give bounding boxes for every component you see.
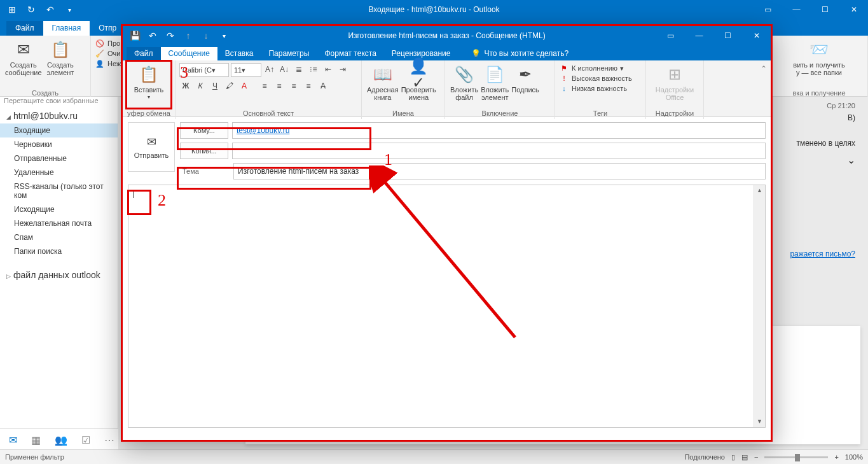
new-message-button[interactable]: ✉ Создать сообщение (4, 38, 43, 78)
nav-more-icon[interactable]: ⋯ (104, 434, 114, 446)
outdent-icon[interactable]: ⇤ (322, 63, 334, 76)
signature-button[interactable]: ✒Подпись (510, 63, 541, 102)
send-button[interactable]: ✉ Отправить (128, 122, 175, 172)
compose-qat-more-icon[interactable]: ▾ (216, 27, 232, 44)
collapse-ribbon-icon[interactable]: ⌃ (761, 64, 767, 73)
scroll-down-icon[interactable]: ▼ (754, 416, 765, 427)
check-names-button[interactable]: 👤✓Проверить имена (400, 63, 437, 102)
folder-rss[interactable]: RSS-каналы (только этот ком (0, 179, 118, 202)
cc-button[interactable]: Копия... (180, 143, 228, 159)
tab-home[interactable]: Главная (43, 21, 90, 36)
close-icon[interactable]: ✕ (839, 0, 868, 19)
indent-icon[interactable]: ⇥ (336, 63, 349, 76)
align-center-icon[interactable]: ≡ (273, 80, 286, 92)
scroll-up-icon[interactable]: ▲ (754, 185, 765, 196)
tell-me-box[interactable]: 💡Что вы хотите сделать? (471, 49, 569, 60)
clear-fmt-icon[interactable]: A̶ (317, 80, 329, 92)
align-right-icon[interactable]: ≡ (287, 80, 300, 92)
underline-icon[interactable]: Ч (209, 80, 221, 92)
ribbon-options-icon[interactable]: ▭ (754, 0, 782, 19)
folder-deleted[interactable]: Удаленные (0, 165, 118, 179)
status-filter: Применен фильтр (5, 453, 64, 461)
folder-junk[interactable]: Нежелательная почта (0, 216, 118, 230)
qat-outlook-icon[interactable]: ⊞ (4, 1, 20, 18)
view-normal-icon[interactable]: ▯ (731, 453, 735, 461)
compose-minimize-icon[interactable]: — (685, 26, 713, 45)
compose-save-icon[interactable]: 💾 (127, 27, 143, 44)
bullets-icon[interactable]: ≣ (293, 63, 305, 76)
signature-icon: ✒ (515, 64, 535, 85)
cc-input[interactable] (232, 143, 766, 159)
nav-mail-icon[interactable]: ✉ (9, 434, 17, 446)
status-connected: Подключено (684, 453, 725, 461)
subject-input[interactable]: Изготовление html-писем на заказ (233, 163, 766, 179)
sendrecv-all-button[interactable]: 📨 вить и получить у — все папки (775, 38, 864, 78)
folder-outbox[interactable]: Исходящие (0, 202, 118, 216)
qat-customize-icon[interactable]: ▾ (61, 1, 78, 18)
align-left-icon[interactable]: ≡ (258, 80, 271, 92)
folder-inbox[interactable]: Входящие (0, 123, 118, 137)
font-color-icon[interactable]: A (238, 80, 251, 92)
qat-sendrecv-icon[interactable]: ↻ (23, 1, 39, 18)
to-button[interactable]: Кому... (180, 122, 228, 139)
folder-spam[interactable]: Спам (0, 230, 118, 244)
reading-link-frag[interactable]: ражается письмо? (790, 250, 855, 258)
high-importance-button[interactable]: !Высокая важность (559, 73, 642, 83)
compose-redo-icon[interactable]: ↷ (162, 27, 179, 44)
folder-search[interactable]: Папки поиска (0, 244, 118, 258)
compose-tabs: Файл Сообщение Вставка Параметры Формат … (123, 45, 771, 60)
qat-undo-icon[interactable]: ↶ (42, 1, 59, 18)
nav-calendar-icon[interactable]: ▦ (31, 434, 41, 446)
folder-drafts[interactable]: Черновики (0, 137, 118, 151)
font-size-box[interactable]: 11 ▾ (231, 63, 261, 77)
justify-icon[interactable]: ≡ (302, 80, 315, 92)
minimize-icon[interactable]: — (782, 0, 811, 19)
view-reading-icon[interactable]: ▤ (741, 453, 748, 461)
ctab-file[interactable]: Файл (127, 47, 161, 60)
attach-item-button[interactable]: 📄Вложить элемент (479, 63, 510, 102)
message-body[interactable]: | ▲ ▼ (128, 185, 766, 428)
bulb-icon: 💡 (471, 49, 481, 58)
addins-icon: ⊞ (665, 64, 685, 85)
body-scrollbar[interactable]: ▲ ▼ (754, 185, 765, 427)
compose-undo-icon[interactable]: ↶ (144, 27, 161, 44)
maximize-icon[interactable]: ☐ (811, 0, 839, 19)
nav-bar: ✉ ▦ 👥 ☑ ⋯ (0, 428, 127, 451)
paperclip-icon: 📎 (454, 64, 474, 85)
italic-icon[interactable]: К (194, 80, 207, 92)
to-input[interactable]: test@10bukv.ru (232, 122, 766, 139)
nav-tasks-icon[interactable]: ☑ (81, 434, 90, 446)
paste-button[interactable]: 📋 Вставить ▾ (127, 63, 171, 102)
low-importance-button[interactable]: ↓Низкая важность (559, 83, 642, 94)
annotation-3: 3 (180, 63, 188, 82)
zoom-out-icon[interactable]: − (754, 453, 758, 461)
follow-up-button[interactable]: ⚑К исполнению ▾ (559, 63, 642, 73)
compose-maximize-icon[interactable]: ☐ (713, 26, 742, 45)
zoom-in-icon[interactable]: + (834, 453, 838, 461)
junk-icon: 👤 (95, 59, 105, 69)
ctab-options[interactable]: Параметры (261, 47, 317, 60)
reading-frag2: тменено в целях (796, 139, 855, 148)
ctab-format[interactable]: Формат текста (317, 47, 383, 60)
folder-sent[interactable]: Отправленные (0, 151, 118, 165)
clipboard-icon: 📋 (139, 64, 159, 85)
tab-file[interactable]: Файл (6, 21, 43, 36)
compose-close-icon[interactable]: ✕ (742, 26, 771, 45)
attach-file-button[interactable]: 📎Вложить файл (449, 63, 479, 102)
account2-node[interactable]: файл данных outlook (0, 266, 118, 284)
grow-font-icon[interactable]: A↑ (263, 63, 276, 76)
new-item-button[interactable]: 📋 Создать элемент (46, 38, 76, 78)
numbering-icon[interactable]: ⁝≡ (307, 63, 320, 76)
compose-window: 💾 ↶ ↷ ↑ ↓ ▾ Изготовление html-писем на з… (121, 24, 773, 442)
nav-people-icon[interactable]: 👥 (55, 434, 67, 446)
address-book-button[interactable]: 📖Адресная книга (366, 63, 400, 102)
zoom-slider[interactable] (764, 456, 828, 458)
highlight-icon[interactable]: 🖍 (223, 80, 236, 92)
ctab-message[interactable]: Сообщение (161, 47, 217, 60)
tab-sendrecv[interactable]: Отпр (90, 21, 125, 36)
account-node[interactable]: html@10bukv.ru (0, 108, 118, 123)
shrink-font-icon[interactable]: A↓ (278, 63, 291, 76)
compose-ribbon-opts-icon[interactable]: ▭ (656, 26, 685, 45)
folder-pane: html@10bukv.ru Входящие Черновики Отправ… (0, 97, 118, 451)
ctab-insert[interactable]: Вставка (217, 47, 261, 60)
